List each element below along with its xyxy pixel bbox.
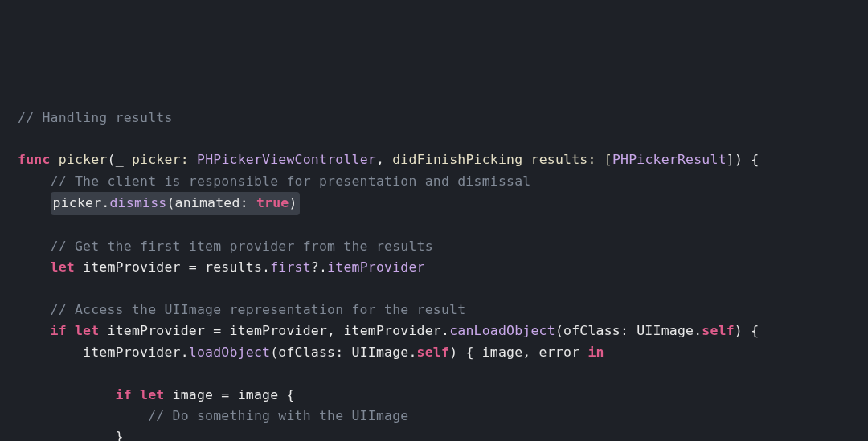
comment: // Handling results bbox=[18, 110, 173, 125]
identifier: image = image { bbox=[164, 387, 294, 402]
indent bbox=[18, 195, 51, 210]
comment: // Get the first item provider from the … bbox=[18, 239, 433, 254]
args: (ofClass: UIImage. bbox=[555, 323, 702, 338]
keyword-func: func bbox=[18, 152, 51, 167]
param-label: didFinishPicking bbox=[392, 152, 522, 167]
punct: ) bbox=[289, 195, 297, 210]
keyword-if: if bbox=[116, 387, 132, 402]
keyword-true: true bbox=[256, 195, 289, 210]
keyword-if: if bbox=[51, 323, 67, 338]
code-editor: // Handling results func picker(_ picker… bbox=[18, 108, 850, 441]
punct: , bbox=[376, 152, 392, 167]
args: (animated: bbox=[166, 195, 256, 210]
closure: ) { image, error bbox=[449, 345, 588, 360]
property: first bbox=[270, 259, 311, 275]
func-name: picker bbox=[59, 152, 108, 167]
punct: ( bbox=[108, 152, 116, 167]
comment: // Access the UIImage representation for… bbox=[18, 302, 465, 317]
method: canLoadObject bbox=[449, 323, 555, 338]
identifier: picker. bbox=[53, 195, 110, 210]
keyword-let: let bbox=[75, 323, 99, 338]
method: dismiss bbox=[109, 195, 166, 210]
args: (ofClass: UIImage. bbox=[270, 345, 416, 360]
param-label: results: [ bbox=[522, 152, 612, 167]
brace: } bbox=[18, 429, 124, 441]
highlighted-line: picker.dismiss(animated: true) bbox=[51, 192, 300, 214]
punct: ?. bbox=[311, 259, 327, 275]
type: PHPickerViewController bbox=[197, 152, 376, 167]
param-label: picker: bbox=[124, 152, 197, 167]
punct: ]) { bbox=[727, 152, 760, 167]
keyword-let: let bbox=[51, 259, 75, 275]
underscore: _ bbox=[116, 152, 124, 167]
comment: // The client is responsible for present… bbox=[18, 174, 530, 189]
keyword-self: self bbox=[417, 345, 450, 360]
identifier: itemProvider = results. bbox=[75, 259, 270, 275]
punct: ) { bbox=[735, 323, 759, 338]
type: PHPickerResult bbox=[612, 152, 727, 167]
keyword-let: let bbox=[140, 387, 164, 402]
method: loadObject bbox=[189, 345, 270, 360]
keyword-in: in bbox=[588, 345, 604, 360]
comment: // Do something with the UIImage bbox=[18, 408, 408, 423]
identifier: itemProvider. bbox=[18, 345, 189, 360]
identifier: itemProvider = itemProvider, itemProvide… bbox=[99, 323, 449, 338]
property: itemProvider bbox=[327, 259, 425, 275]
keyword-self: self bbox=[702, 323, 735, 338]
